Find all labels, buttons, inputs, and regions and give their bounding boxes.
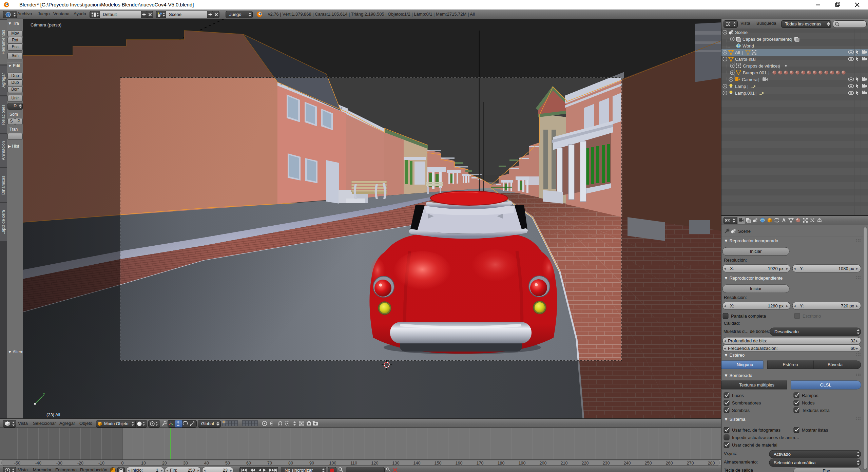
svg-text:Texturas extra: Texturas extra: [802, 408, 830, 413]
svg-text:20: 20: [162, 461, 167, 466]
svg-text:X:: X:: [730, 266, 734, 271]
svg-text:170: 170: [477, 461, 484, 466]
svg-text:|: |: [755, 91, 756, 96]
svg-text:Resolución:: Resolución:: [724, 295, 747, 300]
svg-text:220: 220: [582, 461, 589, 466]
svg-text:Y:: Y:: [800, 303, 804, 308]
svg-text:230: 230: [603, 461, 610, 466]
svg-text:All: All: [735, 50, 740, 55]
svg-text:200: 200: [540, 461, 547, 466]
svg-text:▸: ▸: [786, 266, 788, 270]
svg-text:|: |: [758, 77, 759, 82]
svg-text:70: 70: [267, 461, 272, 466]
svg-text:◂: ◂: [724, 266, 726, 270]
svg-text:Iniciar: Iniciar: [750, 286, 762, 291]
svg-text:Muestras d… de bordes:: Muestras d… de bordes:: [724, 329, 770, 334]
svg-text:|: |: [742, 50, 743, 55]
svg-text:|: |: [791, 37, 792, 42]
svg-text:Ninguno: Ninguno: [737, 362, 753, 367]
svg-text:-30: -30: [56, 461, 62, 466]
svg-text:50: 50: [225, 461, 230, 466]
svg-text:Tecla de salida: Tecla de salida: [724, 468, 753, 472]
svg-text:Selección automática: Selección automática: [774, 460, 816, 465]
svg-text:Bóveda: Bóveda: [828, 362, 843, 367]
svg-text:i: i: [7, 13, 8, 17]
svg-text:|: |: [747, 84, 748, 89]
svg-text:◂: ◂: [794, 266, 796, 270]
svg-text:250: 250: [645, 461, 652, 466]
svg-text:Rampas: Rampas: [802, 393, 818, 398]
svg-text:Esc: Esc: [823, 468, 830, 472]
svg-text:Estéreo: Estéreo: [783, 362, 798, 367]
svg-text:Capas de procesamiento: Capas de procesamiento: [742, 37, 792, 42]
svg-text:Mostrar listas: Mostrar listas: [802, 428, 828, 433]
svg-text:120: 120: [371, 461, 379, 466]
svg-text:Almacenamiento:: Almacenamiento:: [724, 459, 758, 465]
svg-text:Bumper.001: Bumper.001: [743, 70, 767, 75]
svg-text:60: 60: [851, 346, 855, 351]
svg-text:◂: ◂: [724, 339, 726, 343]
svg-text:180: 180: [498, 461, 505, 466]
svg-text:1080 px: 1080 px: [838, 266, 854, 271]
svg-text:GLSL: GLSL: [820, 382, 831, 388]
svg-text:-10: -10: [98, 461, 104, 466]
svg-text:Lamp.001: Lamp.001: [735, 91, 755, 96]
svg-text:80: 80: [288, 461, 293, 466]
svg-text:110: 110: [350, 461, 357, 466]
svg-text:60: 60: [246, 461, 251, 466]
svg-text:240: 240: [624, 461, 631, 466]
svg-text:130: 130: [392, 461, 400, 466]
svg-text:Y:: Y:: [800, 266, 804, 271]
svg-text:▼ Reproductor independiente: ▼ Reproductor independiente: [724, 276, 783, 281]
svg-text:Camera: Camera: [742, 77, 758, 82]
svg-text:X:: X:: [730, 303, 734, 308]
svg-text:0: 0: [121, 461, 124, 466]
svg-text:10: 10: [141, 461, 146, 466]
svg-text:CarroFinal: CarroFinal: [735, 57, 756, 62]
svg-text:210: 210: [561, 461, 568, 466]
svg-text:-40: -40: [35, 461, 41, 466]
svg-text:270: 270: [687, 461, 694, 466]
svg-text:100: 100: [329, 461, 336, 466]
svg-text:40: 40: [204, 461, 209, 466]
svg-text:▸: ▸: [856, 346, 858, 350]
svg-text:Lamp: Lamp: [735, 84, 746, 89]
svg-text:Desactivado: Desactivado: [774, 329, 799, 334]
svg-text:▼ Estéreo: ▼ Estéreo: [724, 353, 745, 358]
svg-text:Nodos: Nodos: [802, 400, 815, 405]
svg-text:32: 32: [851, 338, 855, 343]
svg-text:◂: ◂: [724, 346, 726, 350]
svg-text:World: World: [742, 43, 754, 49]
svg-text:(23) All: (23) All: [46, 412, 60, 417]
svg-text:Usar frec. de fotogramas: Usar frec. de fotogramas: [732, 428, 781, 433]
svg-text:720 px: 720 px: [841, 303, 854, 308]
svg-text:Sombreadores: Sombreadores: [732, 400, 761, 405]
svg-text:Pantalla completa: Pantalla completa: [731, 314, 766, 319]
svg-text:Iniciar: Iniciar: [750, 249, 762, 254]
svg-text:Scene: Scene: [735, 30, 748, 35]
svg-text:Profundidad de bits:: Profundidad de bits:: [728, 338, 767, 343]
svg-text:Frecuencia actualización:: Frecuencia actualización:: [728, 346, 778, 351]
svg-text:Cámara (persp): Cámara (persp): [31, 22, 61, 27]
svg-text:-50: -50: [14, 461, 20, 466]
svg-text:▼ Reproductor incorporado: ▼ Reproductor incorporado: [724, 238, 778, 243]
svg-text:Texturas múltiples: Texturas múltiples: [739, 382, 775, 388]
svg-text:Usar caché de material: Usar caché de material: [732, 442, 777, 448]
svg-text:Sombras: Sombras: [732, 408, 750, 413]
svg-text:160: 160: [456, 461, 463, 466]
svg-text:260: 260: [666, 461, 673, 466]
svg-text:▸: ▸: [856, 266, 858, 270]
svg-text:▸: ▸: [856, 339, 858, 343]
svg-text:▸: ▸: [856, 304, 858, 308]
svg-text:1280 px: 1280 px: [768, 303, 784, 308]
svg-text:Calidad:: Calidad:: [724, 321, 740, 326]
svg-text:|: |: [768, 70, 769, 75]
svg-text:150: 150: [435, 461, 442, 466]
svg-text:▸: ▸: [786, 304, 788, 308]
svg-text:◂: ◂: [794, 304, 796, 308]
svg-text:90: 90: [309, 461, 314, 466]
svg-text:◂: ◂: [724, 304, 726, 308]
svg-text:▼ Sombreado: ▼ Sombreado: [724, 373, 752, 378]
svg-text:y: y: [43, 392, 45, 396]
svg-text:Modo Objeto: Modo Objeto: [104, 421, 129, 426]
